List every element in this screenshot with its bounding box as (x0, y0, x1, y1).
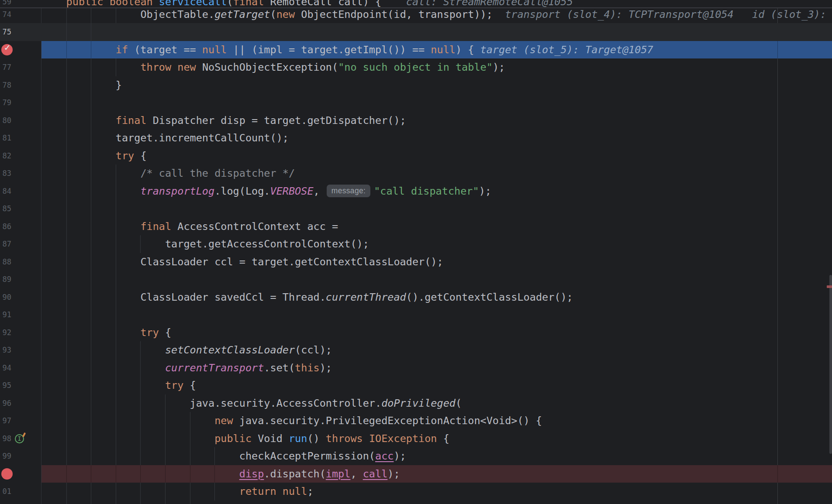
code-line[interactable]: 78 } (0, 76, 832, 94)
code-text[interactable]: disp.dispatch(impl, call); (41, 465, 832, 483)
code-text[interactable]: checkAcceptPermission(acc); (41, 447, 832, 465)
code-line[interactable]: 82 try { (0, 147, 832, 165)
code-text[interactable]: public Void run() throws IOException { (41, 430, 832, 448)
code-token: ObjectEndpoint(id, transport)); (295, 8, 493, 21)
code-line[interactable]: 81 target.incrementCallCount(); (0, 129, 832, 147)
code-text[interactable]: transportLog.log(Log.VERBOSE, message:"c… (41, 182, 832, 200)
code-token: { (134, 150, 146, 162)
code-editor[interactable]: 74 ObjectTable.getTarget(new ObjectEndpo… (0, 0, 832, 504)
code-text[interactable]: target.incrementCallCount(); (41, 129, 832, 147)
line-number[interactable]: 98 (0, 430, 11, 448)
code-text[interactable]: currentTransport.set(this); (41, 359, 832, 377)
code-text[interactable]: final Dispatcher disp = target.getDispat… (41, 112, 832, 130)
line-number[interactable]: 95 (0, 377, 11, 394)
code-token: ( (270, 8, 276, 21)
code-text[interactable]: setContextClassLoader(ccl); (41, 341, 832, 359)
code-text[interactable] (41, 501, 832, 504)
code-text[interactable]: throw new NoSuchObjectException("no such… (41, 58, 832, 76)
code-token: (target == (128, 44, 202, 56)
code-token: final (233, 0, 264, 8)
code-text[interactable]: return null; (41, 483, 832, 501)
line-number[interactable]: 77 (0, 58, 11, 76)
verified-breakpoint-icon[interactable] (1, 44, 13, 55)
code-token: .set( (264, 362, 295, 374)
code-token (103, 0, 109, 8)
code-line[interactable]: 75 (0, 23, 832, 41)
code-token: new (177, 61, 196, 73)
code-text[interactable]: try { (41, 324, 832, 342)
code-line[interactable]: 77 throw new NoSuchObjectException("no s… (0, 58, 832, 76)
breakpoint-icon[interactable] (1, 468, 13, 480)
code-text[interactable] (41, 94, 832, 112)
line-number[interactable]: 86 (0, 218, 11, 236)
line-number[interactable]: 78 (0, 76, 11, 94)
code-line[interactable]: 93 setContextClassLoader(ccl); (0, 341, 832, 359)
code-text[interactable]: java.security.AccessController.doPrivile… (41, 394, 832, 412)
code-line[interactable]: disp.dispatch(impl, call); (0, 465, 832, 483)
code-line[interactable]: 99 checkAcceptPermission(acc); (0, 447, 832, 465)
sticky-code-line[interactable]: 59 public boolean serviceCall(final Remo… (0, 0, 832, 8)
code-line[interactable]: if (target == null || (impl = target.get… (0, 41, 832, 59)
line-number[interactable]: 59 (0, 0, 11, 8)
code-line[interactable]: 80 final Dispatcher disp = target.getDis… (0, 112, 832, 130)
code-line[interactable]: 90 ClassLoader savedCcl = Thread.current… (0, 288, 832, 306)
code-text[interactable]: final AccessControlContext acc = (41, 218, 832, 236)
code-text[interactable]: try { (41, 377, 832, 394)
code-text[interactable]: /* call the dispatcher */ (41, 165, 832, 182)
code-line[interactable]: 79 (0, 94, 832, 112)
sticky-header-line[interactable]: 59 public boolean serviceCall(final Remo… (0, 0, 832, 8)
line-number[interactable]: 90 (0, 288, 11, 306)
code-text[interactable]: target.getAccessControlContext(); (41, 235, 832, 253)
line-number[interactable]: 85 (0, 200, 11, 218)
code-line[interactable]: 98I public Void run() throws IOException… (0, 430, 832, 448)
code-text[interactable]: new java.security.PrivilegedExceptionAct… (41, 412, 832, 430)
code-line[interactable]: 95 try { (0, 377, 832, 394)
code-text[interactable]: } (41, 76, 832, 94)
code-text[interactable] (41, 200, 832, 218)
code-line[interactable]: 88 ClassLoader ccl = target.getContextCl… (0, 253, 832, 271)
code-line[interactable]: 96 java.security.AccessController.doPriv… (0, 394, 832, 412)
code-line[interactable]: 92 try { (0, 324, 832, 342)
line-number[interactable]: 84 (0, 182, 11, 200)
line-number[interactable]: 92 (0, 324, 11, 342)
error-stripe-breakpoint-mark[interactable] (827, 285, 832, 288)
line-number[interactable]: 80 (0, 112, 11, 130)
code-line[interactable]: 01 return null; (0, 483, 832, 501)
line-number[interactable]: 94 (0, 359, 11, 377)
line-number[interactable]: 79 (0, 94, 11, 112)
code-text[interactable]: ClassLoader savedCcl = Thread.currentThr… (41, 288, 832, 306)
code-line[interactable]: 91 (0, 306, 832, 324)
code-line[interactable]: 86 final AccessControlContext acc = (0, 218, 832, 236)
code-text[interactable] (41, 271, 832, 288)
code-text[interactable] (41, 23, 832, 41)
line-number[interactable]: 01 (0, 483, 11, 501)
code-text[interactable] (41, 306, 832, 324)
line-number[interactable]: 87 (0, 235, 11, 253)
line-number[interactable]: 99 (0, 447, 11, 465)
code-line[interactable]: 84 transportLog.log(Log.VERBOSE, message… (0, 182, 832, 200)
scrollbar-thumb[interactable] (829, 275, 832, 454)
code-text[interactable]: try { (41, 147, 832, 165)
code-line[interactable]: 94 currentTransport.set(this); (0, 359, 832, 377)
line-number[interactable]: 93 (0, 341, 11, 359)
code-line[interactable]: 89 (0, 271, 832, 288)
code-text[interactable]: if (target == null || (impl = target.get… (41, 41, 832, 59)
line-number[interactable]: 81 (0, 129, 11, 147)
line-number[interactable]: 91 (0, 306, 11, 324)
line-number[interactable]: 96 (0, 394, 11, 412)
code-line[interactable]: 87 target.getAccessControlContext(); (0, 235, 832, 253)
code-text[interactable]: public boolean serviceCall(final RemoteC… (41, 0, 832, 8)
code-text[interactable]: ClassLoader ccl = target.getContextClass… (41, 253, 832, 271)
code-line[interactable]: 85 (0, 200, 832, 218)
code-line[interactable]: 83 /* call the dispatcher */ (0, 165, 832, 182)
line-number[interactable]: 75 (0, 23, 11, 41)
code-line[interactable] (0, 501, 832, 504)
line-number[interactable]: 83 (0, 165, 11, 182)
line-number[interactable]: 88 (0, 253, 11, 271)
line-number[interactable]: 97 (0, 412, 11, 430)
implements-method-gutter-icon[interactable]: I (15, 434, 24, 443)
line-number[interactable]: 82 (0, 147, 11, 165)
code-line[interactable]: 97 new java.security.PrivilegedException… (0, 412, 832, 430)
debugger-inline-value: transport (slot_4): TCPTransport@1054 (493, 8, 734, 21)
line-number[interactable]: 89 (0, 271, 11, 288)
